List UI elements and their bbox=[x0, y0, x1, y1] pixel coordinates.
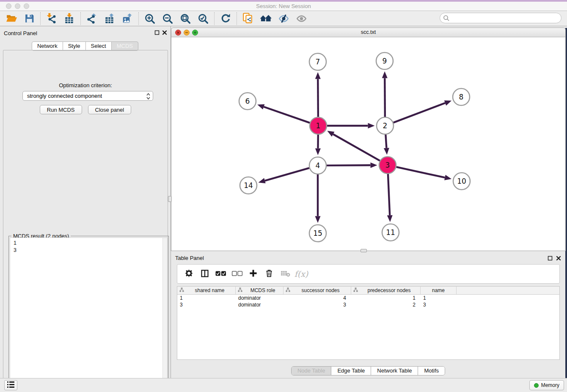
memory-status-icon bbox=[534, 383, 539, 388]
refresh-icon bbox=[220, 13, 231, 24]
edge-2-9[interactable] bbox=[385, 78, 385, 117]
node-label: 3 bbox=[385, 161, 390, 169]
edge-1-7[interactable] bbox=[318, 79, 318, 117]
table-panel-float-icon[interactable] bbox=[548, 256, 553, 261]
node-11[interactable]: 11 bbox=[382, 224, 399, 241]
open-file-icon bbox=[6, 13, 17, 24]
zoom-in-icon bbox=[144, 13, 155, 24]
node-table: shared nameMCDS rolesuccessor nodesprede… bbox=[177, 286, 560, 360]
show-details-button[interactable] bbox=[292, 12, 310, 25]
add-column-button[interactable] bbox=[246, 267, 260, 281]
node-14[interactable]: 14 bbox=[240, 177, 257, 194]
memory-button[interactable]: Memory bbox=[529, 380, 564, 390]
search-input[interactable] bbox=[452, 14, 558, 22]
close-window-button[interactable] bbox=[6, 3, 11, 9]
split-columns-button[interactable] bbox=[198, 267, 212, 281]
edge-1-6[interactable] bbox=[264, 107, 310, 123]
table-panel: Table Panel f(x) shared nameMCDS rolesuc… bbox=[171, 253, 565, 378]
node-15[interactable]: 15 bbox=[309, 225, 326, 242]
zoom-out-button[interactable] bbox=[159, 12, 176, 25]
tab-network-table[interactable]: Network Table bbox=[371, 367, 418, 375]
tab-node-table[interactable]: Node Table bbox=[292, 367, 331, 375]
node-2[interactable]: 2 bbox=[377, 117, 394, 134]
hide-details-button[interactable] bbox=[275, 12, 292, 25]
tab-network[interactable]: Network bbox=[32, 41, 63, 51]
clone-network-button[interactable] bbox=[239, 12, 257, 25]
mcds-result-text-area[interactable]: 1 3 bbox=[10, 237, 168, 392]
search-field[interactable] bbox=[440, 13, 561, 23]
task-history-button[interactable] bbox=[4, 380, 17, 390]
control-panel-close-icon[interactable] bbox=[162, 30, 167, 35]
network-canvas-area[interactable]: 7968124314101511 bbox=[171, 37, 565, 251]
node-label: 7 bbox=[316, 58, 320, 66]
tab-select[interactable]: Select bbox=[85, 41, 112, 51]
column-header-shared-name[interactable]: shared name bbox=[177, 287, 236, 294]
tab-motifs[interactable]: Motifs bbox=[418, 367, 445, 375]
maximize-window-button[interactable] bbox=[24, 3, 29, 9]
node-7[interactable]: 7 bbox=[309, 53, 326, 70]
deselect-all-button[interactable] bbox=[230, 267, 244, 281]
criterion-select[interactable]: strongly connected component bbox=[22, 91, 153, 101]
mcds-result-box: MCDS result (2 nodes) 1 3 bbox=[8, 236, 169, 392]
zoom-in-button[interactable] bbox=[141, 12, 159, 25]
select-all-button[interactable] bbox=[214, 267, 228, 281]
edge-2-8[interactable] bbox=[394, 103, 445, 122]
export-network-button[interactable] bbox=[83, 12, 101, 25]
mcds-panel: Optimization criterion: strongly connect… bbox=[3, 50, 168, 392]
node-9[interactable]: 9 bbox=[376, 52, 393, 69]
table-row[interactable]: 1dominator411 bbox=[177, 295, 559, 301]
tab-edge-table[interactable]: Edge Table bbox=[331, 367, 371, 375]
import-network-button[interactable] bbox=[43, 12, 61, 25]
control-panel-float-icon[interactable] bbox=[154, 30, 160, 35]
home-view-button[interactable] bbox=[257, 12, 275, 25]
node-1[interactable]: 1 bbox=[310, 117, 327, 134]
save-session-button[interactable] bbox=[20, 12, 38, 25]
node-8[interactable]: 8 bbox=[453, 88, 470, 105]
open-file-button[interactable] bbox=[3, 12, 20, 25]
edge-3-10[interactable] bbox=[396, 167, 445, 177]
column-type-icon bbox=[351, 287, 358, 293]
edge-3-1[interactable] bbox=[333, 134, 380, 161]
horizontal-splitter-handle[interactable] bbox=[361, 249, 367, 252]
edge-2-3[interactable] bbox=[385, 135, 386, 148]
edge-4-14[interactable] bbox=[265, 168, 309, 181]
cell-predecessor-nodes: 1 bbox=[351, 295, 421, 301]
node-4[interactable]: 4 bbox=[309, 157, 326, 174]
column-header-successor-nodes[interactable]: successor nodes bbox=[284, 287, 351, 294]
node-10[interactable]: 10 bbox=[453, 173, 470, 190]
delete-column-button[interactable] bbox=[262, 267, 276, 281]
zoom-selected-button[interactable] bbox=[194, 12, 212, 25]
window-controls bbox=[6, 3, 29, 9]
network-close-button[interactable] bbox=[175, 30, 181, 36]
edge-4-3[interactable] bbox=[327, 165, 371, 166]
column-label: predecessor nodes bbox=[358, 287, 420, 293]
vertical-splitter-handle[interactable] bbox=[168, 196, 172, 202]
column-header-name[interactable]: name bbox=[421, 287, 457, 294]
node-6[interactable]: 6 bbox=[239, 93, 256, 110]
export-table-button[interactable] bbox=[101, 12, 118, 25]
network-minimize-button[interactable] bbox=[184, 30, 190, 36]
zoom-fit-button[interactable] bbox=[176, 12, 194, 25]
refresh-button[interactable] bbox=[217, 12, 234, 25]
table-panel-close-icon[interactable] bbox=[556, 256, 561, 261]
network-maximize-button[interactable] bbox=[192, 30, 198, 36]
node-3[interactable]: 3 bbox=[379, 157, 396, 174]
close-panel-button[interactable]: Close panel bbox=[88, 105, 132, 114]
edge-3-11[interactable] bbox=[388, 174, 390, 215]
network-graph[interactable]: 7968124314101511 bbox=[171, 37, 565, 250]
import-table-button[interactable] bbox=[61, 12, 78, 25]
destroy-table-button bbox=[278, 267, 292, 281]
table-header-row: shared nameMCDS rolesuccessor nodesprede… bbox=[177, 287, 559, 295]
column-header-predecessor-nodes[interactable]: predecessor nodes bbox=[351, 287, 421, 294]
function-builder-button: f(x) bbox=[294, 267, 308, 281]
tab-style[interactable]: Style bbox=[63, 41, 86, 51]
result-scrollbar[interactable] bbox=[162, 238, 167, 392]
table-row[interactable]: 3dominator323 bbox=[177, 301, 559, 308]
toolbar-separator bbox=[80, 12, 81, 25]
tab-mcds[interactable]: MCDS bbox=[111, 41, 138, 51]
gear-button[interactable] bbox=[182, 267, 196, 281]
column-header-MCDS-role[interactable]: MCDS role bbox=[236, 287, 284, 294]
minimize-window-button[interactable] bbox=[15, 3, 20, 9]
run-mcds-button[interactable]: Run MCDS bbox=[40, 105, 82, 114]
export-image-button[interactable] bbox=[118, 12, 136, 25]
